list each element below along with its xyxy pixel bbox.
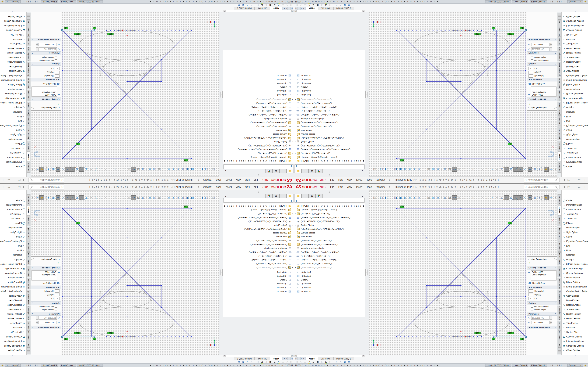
horizontal-scrollbar[interactable]: ◀ ▶ bbox=[223, 355, 294, 357]
hud-tool-icon[interactable]: ■ bbox=[436, 195, 441, 200]
tool-3-point-arc[interactable]: ⌓3 Point Arc bbox=[562, 146, 588, 151]
exit-sketch-icon[interactable] bbox=[34, 149, 42, 157]
horizontal-scrollbar[interactable]: ◀ ▶ bbox=[223, 10, 294, 12]
hud-tool-icon[interactable]: ⌐ʘ bbox=[79, 167, 84, 172]
tree-item-sketch[interactable]: ∟(-) Sketch2 bbox=[294, 274, 365, 278]
hud-tool-icon[interactable]: ▦ bbox=[442, 195, 447, 200]
scroll-track[interactable] bbox=[297, 355, 363, 357]
restore-button[interactable]: ▭ bbox=[576, 179, 582, 182]
tree-item[interactable]: ◯♣Ʒ9Ɔ∘♩◯✱◉[◯∘◯]◉✱◯♩∘Ɔ9Ʒ♣◯ bbox=[294, 258, 365, 262]
tool-segment[interactable]: ⋰Segment bbox=[562, 110, 588, 114]
tool-perimeter-circle[interactable]: ◌Perimeter Circle bbox=[0, 160, 26, 164]
bottom-tool-icon[interactable]: ▣ bbox=[241, 4, 245, 7]
hud-tool-icon[interactable]: ⊥ bbox=[122, 167, 127, 172]
tree-item-sketch[interactable]: ∟(-) Sketch5 bbox=[223, 82, 294, 85]
hud-tool-icon[interactable]: ▤ bbox=[211, 167, 216, 172]
hud-tool-icon[interactable]: ╱ bbox=[490, 167, 494, 172]
checkbox-icon[interactable] bbox=[531, 306, 533, 308]
tab-property-manager[interactable]: ⊕ bbox=[309, 169, 316, 173]
more-tools-icon[interactable]: ⌄⌄ bbox=[562, 11, 588, 13]
doc-tab-motion-study-1[interactable]: Motion Study 1 bbox=[333, 7, 354, 10]
tool-centerpoint-arc[interactable]: ⌒Centerpoint Arc bbox=[562, 155, 588, 160]
tree-item[interactable]: ◯♣ΝΝ◉♩∔◯✱◉[◯∘◯]◉✱◯∔♩◉ΝΝ♣◯ bbox=[223, 113, 294, 117]
expand-icon[interactable]: ▸ bbox=[294, 228, 297, 230]
section-existing-relations[interactable]: Existing Relations⌃ bbox=[31, 266, 61, 269]
tab-nav-icon[interactable]: ▶❘ bbox=[303, 357, 306, 360]
tool-intersection-curve[interactable]: ≋Intersection Curve bbox=[562, 23, 588, 28]
tree-filter-input[interactable] bbox=[224, 165, 294, 169]
tool-parallelogram[interactable]: ▱Parallelogram bbox=[0, 275, 26, 280]
minimize-button[interactable]: − bbox=[572, 185, 576, 188]
bottom-tool-icon[interactable]: ✎ bbox=[285, 360, 289, 363]
tab-nav-icon[interactable]: ▶ bbox=[300, 357, 303, 360]
confirmation-corner[interactable]: × bbox=[34, 210, 42, 222]
tool-3-point-center-recta-[interactable]: ◇3 Point Center Recta... bbox=[0, 101, 26, 105]
menu-tools[interactable]: Tools bbox=[364, 186, 374, 188]
tree-item[interactable]: ◗Surface Bodies bbox=[223, 132, 294, 136]
parameter-input[interactable] bbox=[39, 316, 57, 320]
tree-item[interactable]: ◯∘◉♣◯✱◉[◯∘◯]◉✱◯♣◉∘◯ bbox=[223, 109, 294, 113]
tool-centerpoint-arc[interactable]: ⌒Centerpoint Arc bbox=[562, 207, 588, 212]
hud-tool-icon[interactable]: ↩ bbox=[131, 195, 136, 200]
checkbox-infinite-length[interactable]: Infinite length bbox=[527, 308, 557, 311]
hud-tool-icon[interactable]: ◨ bbox=[190, 195, 195, 200]
menu-edit[interactable]: Edit bbox=[243, 186, 252, 188]
bottom-tool-icon[interactable]: ▣ bbox=[343, 4, 347, 7]
section-parameters[interactable]: Parameters⌃ bbox=[527, 51, 557, 55]
close-button[interactable]: × bbox=[1, 179, 6, 182]
tool-rotate-entities[interactable]: ↻Rotate Entities bbox=[0, 60, 26, 64]
tool-sketch-fillet[interactable]: ◜Sketch Fillet bbox=[0, 330, 26, 334]
help-icon[interactable]: ? bbox=[18, 179, 20, 182]
bottom-tool-icon[interactable]: ◔ bbox=[250, 4, 254, 7]
bottom-tool-icon[interactable]: ⚙ bbox=[237, 360, 241, 363]
relations-list[interactable]: Collinear108Equal length109 bbox=[32, 86, 57, 97]
tree-item[interactable]: ☰Material < not specified > bbox=[294, 246, 365, 250]
hud-tool-icon[interactable]: ◨ bbox=[190, 167, 195, 172]
scroll-right-icon[interactable]: ▶ bbox=[363, 355, 365, 357]
hud-tool-icon[interactable]: ■ bbox=[147, 195, 152, 200]
tab-nav-icon[interactable]: ◀ bbox=[288, 357, 291, 360]
menu-window[interactable]: Window bbox=[374, 186, 387, 188]
tab-display-tree[interactable] bbox=[279, 169, 286, 173]
tree-item[interactable]: ◯♣ΝΝ◉♩∔◯✱◉[◯∘◯]◉✱◯∔♩◉ΝΝ♣◯ bbox=[294, 113, 365, 117]
tool-line[interactable]: ╱Line bbox=[562, 244, 588, 248]
tool-circular-sketch-pattern[interactable]: ∴Circular Sketch Pattern bbox=[562, 73, 588, 78]
hud-tool-icon[interactable]: ■ bbox=[407, 195, 412, 200]
hud-tool-icon[interactable]: ∿ʘ bbox=[70, 195, 75, 200]
hud-tool-icon[interactable]: 3Dʘ bbox=[75, 195, 79, 200]
tool-circular-sketch-pattern[interactable]: ∴Circular Sketch Pattern bbox=[0, 73, 26, 78]
cancel-sketch-icon[interactable]: × bbox=[551, 218, 554, 222]
tool-sketch-fillet[interactable]: ◜Sketch Fillet bbox=[562, 33, 588, 37]
spinner[interactable]: ▲▼ bbox=[550, 43, 552, 46]
scroll-left-icon[interactable]: ◀ bbox=[291, 10, 294, 12]
hud-tool-icon[interactable]: ▾ bbox=[146, 195, 147, 200]
menu-file[interactable]: File bbox=[328, 186, 336, 188]
tab-feature-manager[interactable] bbox=[286, 194, 294, 198]
tool-polygon[interactable]: ⬡Polygon bbox=[562, 257, 588, 262]
tree-item[interactable]: Σ◯25ΝΝ◉∘♣Α∩ΠƐ◯∘◯ƐΠ∩Α♣∘◉ΝΝ25◯ bbox=[294, 121, 365, 125]
checkbox-for-construction[interactable]: For construction bbox=[527, 59, 557, 62]
pin-icon[interactable]: ➤ bbox=[197, 178, 200, 182]
bottom-tool-icon[interactable]: ◷ bbox=[245, 4, 250, 7]
bottom-tool-icon[interactable]: ⊾ bbox=[260, 360, 264, 363]
section-parameters[interactable]: Parameters⌃ bbox=[31, 51, 61, 55]
hud-tool-icon[interactable]: ⌐ʘ bbox=[504, 167, 509, 172]
add-relation-horizontal[interactable]: —Horizontal bbox=[527, 74, 557, 78]
tree-root-item[interactable]: TЯPDL2.⊙ ƐE ⊙ W ⊙ ⊙ ⊙ ♣ ⊙ ƆC ⊙ ƐE ⊙ ∔ ⊙ … bbox=[294, 159, 365, 163]
tool-point[interactable]: ▪Point bbox=[0, 114, 26, 119]
tab-nav-icon[interactable]: ❘◀ bbox=[291, 7, 293, 10]
hud-tool-icon[interactable]: ◫ bbox=[152, 167, 157, 172]
minimize-button[interactable]: − bbox=[12, 179, 16, 182]
relation-entry[interactable]: Equal length109 bbox=[532, 91, 556, 93]
hud-tool-icon[interactable]: ▾ bbox=[209, 167, 211, 172]
section-options[interactable]: Options⌃ bbox=[527, 62, 557, 66]
tab-nav-icon[interactable]: ▶ bbox=[285, 357, 288, 360]
hud-tool-icon[interactable]: ● bbox=[549, 167, 553, 172]
hud-tool-icon[interactable]: ▢ bbox=[204, 195, 209, 200]
side-tab--[interactable]: ⋮ bbox=[558, 351, 561, 354]
hud-tool-icon[interactable]: ⊥ʘ bbox=[84, 195, 89, 200]
tree-item[interactable]: ▸▤Design Binder bbox=[223, 140, 294, 144]
tool-linear-sketch-pattern[interactable]: ∷Linear Sketch Pattern bbox=[0, 78, 26, 83]
hud-tool-icon[interactable]: ⊜ bbox=[457, 195, 461, 200]
tool-equation-driven-curve[interactable]: ƒxEquation Driven Curve bbox=[0, 239, 26, 244]
